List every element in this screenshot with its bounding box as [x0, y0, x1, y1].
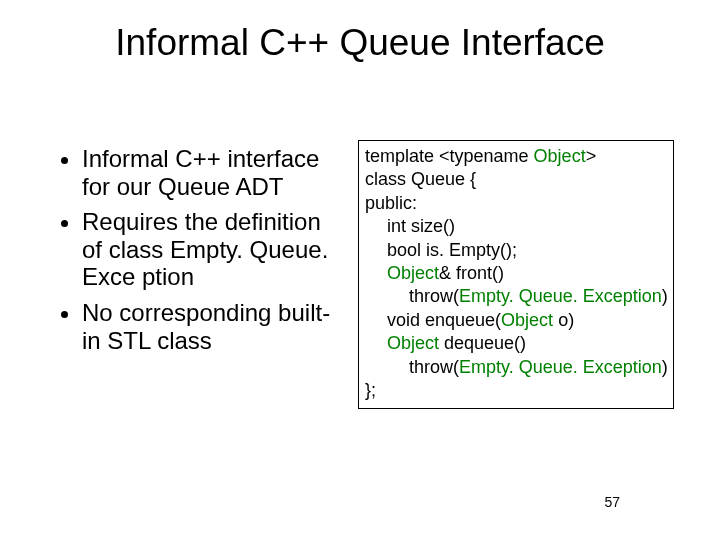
- bullet-item: Informal C++ interface for our Queue ADT: [82, 145, 340, 200]
- bullet-item: No corresponding built-in STL class: [82, 299, 340, 354]
- slide: Informal C++ Queue Interface Informal C+…: [0, 0, 720, 540]
- code-text: throw(: [409, 286, 459, 306]
- code-line: };: [365, 379, 667, 402]
- code-text: o): [553, 310, 574, 330]
- code-line: class Queue {: [365, 168, 667, 191]
- code-line: template <typename Object>: [365, 145, 667, 168]
- page-number: 57: [604, 494, 620, 510]
- code-type: Object: [501, 310, 553, 330]
- code-line: bool is. Empty();: [365, 239, 667, 262]
- code-line: throw(Empty. Queue. Exception): [365, 356, 667, 379]
- code-line: public:: [365, 192, 667, 215]
- slide-title: Informal C++ Queue Interface: [0, 22, 720, 64]
- code-line: int size(): [365, 215, 667, 238]
- code-text: void enqueue(: [387, 310, 501, 330]
- code-line: Object dequeue(): [365, 332, 667, 355]
- code-type: Object: [387, 263, 439, 283]
- code-line: throw(Empty. Queue. Exception): [365, 285, 667, 308]
- code-type: Object: [387, 333, 439, 353]
- bullet-item: Requires the definition of class Empty. …: [82, 208, 340, 291]
- code-text: ): [662, 286, 668, 306]
- code-type: Object: [534, 146, 586, 166]
- code-text: template <typename: [365, 146, 534, 166]
- code-text: dequeue(): [439, 333, 526, 353]
- code-line: Object& front(): [365, 262, 667, 285]
- bullet-list: Informal C++ interface for our Queue ADT…: [60, 145, 340, 362]
- code-text: throw(: [409, 357, 459, 377]
- code-text: & front(): [439, 263, 504, 283]
- code-box: template <typename Object> class Queue {…: [358, 140, 674, 409]
- code-line: void enqueue(Object o): [365, 309, 667, 332]
- code-type: Empty. Queue. Exception: [459, 286, 662, 306]
- code-text: >: [586, 146, 597, 166]
- code-type: Empty. Queue. Exception: [459, 357, 662, 377]
- code-text: ): [662, 357, 668, 377]
